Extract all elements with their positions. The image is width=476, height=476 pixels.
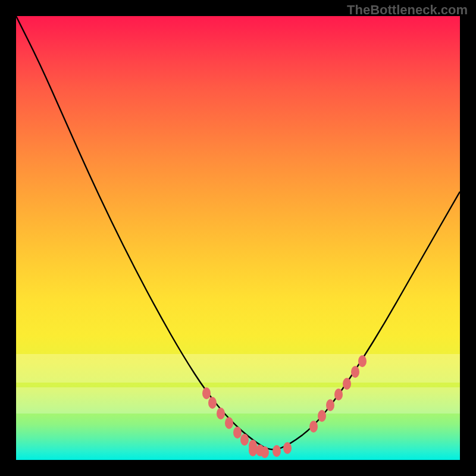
scatter-dot (202, 387, 211, 399)
scatter-dot (249, 444, 257, 456)
scatter-dot (351, 366, 359, 378)
scatter-dot (343, 378, 351, 390)
scatter-dot (358, 355, 367, 367)
scatter-dot (318, 410, 326, 422)
scatter-dot (217, 408, 225, 419)
chart-svg (16, 16, 460, 460)
scatter-dot (208, 397, 217, 409)
scatter-dot (233, 427, 242, 439)
scatter-dot (261, 446, 269, 458)
scatter-dot (273, 445, 281, 457)
scatter-dot (225, 417, 233, 429)
scatter-dot (283, 442, 292, 454)
scatter-dot (326, 399, 334, 411)
scatter-dot (309, 421, 318, 433)
watermark-text: TheBottleneck.com (347, 2, 468, 18)
scatter-dots (202, 355, 367, 458)
plot-area (16, 16, 460, 460)
scatter-dot (240, 434, 249, 446)
curve-path (16, 16, 460, 449)
scatter-dot (334, 389, 343, 400)
